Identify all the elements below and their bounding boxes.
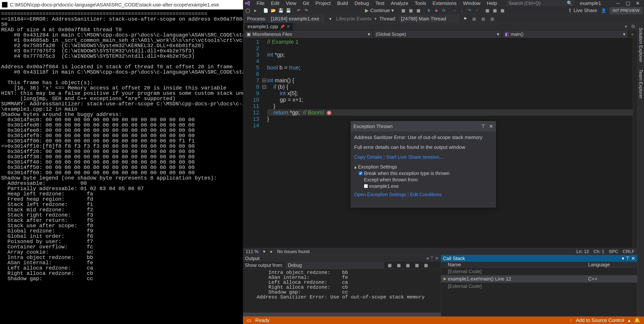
dbg-icon[interactable]: ▦ <box>492 8 498 14</box>
gear-icon[interactable]: ⚙ <box>629 23 637 31</box>
stop-icon[interactable]: ■ <box>433 8 440 14</box>
exception-popup[interactable]: Exception Thrown ⊤ ✕ Address Sanitizer E… <box>350 121 496 208</box>
pin-icon[interactable]: 📌 <box>280 24 285 29</box>
out-icon[interactable]: ▦ <box>396 262 402 268</box>
output-body[interactable]: Intra object redzone: bb ASan internal: … <box>243 269 441 313</box>
chevron-down-icon[interactable]: ▾ <box>263 249 265 254</box>
restart-icon[interactable]: ⟳ <box>441 8 447 14</box>
dbg-icon[interactable]: ▦ <box>408 8 414 14</box>
step-over-icon[interactable]: ↷ <box>466 8 472 14</box>
menu-tools[interactable]: Tools <box>412 0 429 7</box>
output-source-selector[interactable]: Debug <box>286 262 384 269</box>
user-icon[interactable]: 👤 <box>600 8 607 14</box>
nav-back-icon[interactable]: ◯ <box>244 8 251 14</box>
col-name[interactable]: Name <box>447 262 588 268</box>
tab-overflow-icon[interactable]: ▾ <box>623 23 629 31</box>
out-icon[interactable]: ▦ <box>423 262 429 268</box>
undo-icon[interactable]: ↶ <box>296 8 302 14</box>
start-liveshare-link[interactable]: Start Live Share session... <box>386 154 443 160</box>
break-check[interactable] <box>359 171 362 175</box>
menu-build[interactable]: Build <box>334 0 351 7</box>
output-scrollbar[interactable] <box>243 313 441 316</box>
callstack-row[interactable]: [External Code] <box>441 268 637 275</box>
solution-explorer-tab[interactable]: Solution Explorer <box>638 25 644 65</box>
redo-icon[interactable]: ↷ <box>303 8 310 14</box>
pause-icon[interactable]: ⏸ <box>426 8 432 14</box>
dbg-icon[interactable]: ▦ <box>400 8 406 14</box>
lifecycle-label[interactable]: Lifecycle Events <box>336 16 372 22</box>
minimap[interactable] <box>633 38 637 248</box>
proc-icon[interactable]: ▾ <box>327 16 334 22</box>
file-tab[interactable]: example1.cpp 📌 ✕ <box>244 22 293 31</box>
maximize-button[interactable]: ▢ <box>623 1 633 6</box>
crumb-scope[interactable]: (Global Scope) ▾ <box>374 31 501 38</box>
thread-selector[interactable]: [24788] Main Thread <box>399 15 459 22</box>
liveshare-button[interactable]: ⇪ Live Share <box>566 7 599 14</box>
issues-label[interactable]: No issues found <box>277 249 310 254</box>
continue-button[interactable]: ▶ Continue ▾ <box>363 7 396 14</box>
nav-fwd-icon[interactable]: ▸ <box>252 8 258 14</box>
crumb-project[interactable]: ▣ Miscellaneous Files ▾ <box>244 31 372 38</box>
minimize-button[interactable]: ─ <box>614 1 623 6</box>
resize-grip-icon[interactable]: ⋰ <box>351 200 496 208</box>
settings-toggle[interactable]: ▴ Exception Settings <box>354 164 492 170</box>
pin-icon[interactable]: ⊤ <box>626 256 630 261</box>
menu-file[interactable]: File <box>254 0 268 7</box>
dbg-icon[interactable]: ▦ <box>489 16 496 22</box>
callstack-row[interactable]: ➤ example1.exe!main() Line 12 C++ <box>441 275 637 283</box>
menu-project[interactable]: Project <box>312 0 334 7</box>
add-icon[interactable]: ＋ <box>629 31 636 37</box>
close-button[interactable]: ✕ <box>633 1 642 6</box>
dbg-icon[interactable]: ▦ <box>415 8 422 14</box>
team-explorer-tab[interactable]: Team Explorer <box>638 67 644 101</box>
out-icon[interactable]: ▦ <box>414 262 420 268</box>
add-source-control[interactable]: Add to Source Control <box>576 317 624 323</box>
menu-test[interactable]: Test <box>372 0 388 7</box>
menu-extensions[interactable]: Extensions <box>430 0 460 7</box>
callstack-header[interactable]: Call Stack ▾ ⊤ ✕ <box>441 255 637 262</box>
close-icon[interactable]: ✕ <box>489 123 493 129</box>
solution-name[interactable]: example1 <box>577 0 607 7</box>
open-exception-settings-link[interactable]: Open Exception Settings <box>354 192 406 197</box>
callstack-grid[interactable]: Name Language [External Code] ➤ example1… <box>441 262 637 316</box>
dbg-icon[interactable]: ▦ <box>471 16 478 22</box>
close-icon[interactable]: ✕ <box>435 256 439 261</box>
save-icon[interactable]: 💾 <box>278 8 284 14</box>
console-titlebar[interactable]: C:\MSDN\cpp-docs-pr\docs\c-language\ASAN… <box>0 0 243 10</box>
flag-icon[interactable]: ⚑ <box>462 16 468 22</box>
out-icon[interactable]: ▦ <box>387 262 393 268</box>
close-icon[interactable]: ✕ <box>286 24 290 29</box>
menu-view[interactable]: View <box>283 0 300 7</box>
break-checkbox[interactable]: Break when this exception type is thrown <box>354 170 492 177</box>
open-icon[interactable]: 📂 <box>270 8 276 14</box>
pin-icon[interactable]: ⊤ <box>430 256 434 261</box>
dbg-icon[interactable]: ▦ <box>484 8 490 14</box>
close-icon[interactable]: ✕ <box>631 256 635 261</box>
code-editor[interactable]: 1234567891011121314 ⊟⊟ // Example 1 int … <box>243 38 637 248</box>
chevron-up-icon[interactable]: ▴ <box>628 317 630 323</box>
out-icon[interactable]: ▦ <box>405 262 411 268</box>
pin-icon[interactable]: ⊤ <box>481 123 486 129</box>
fold-column[interactable]: ⊟⊟ <box>262 38 267 248</box>
crumb-func[interactable]: ◧ main() ▾ <box>503 31 628 38</box>
console-output[interactable]: ========================================… <box>0 10 243 324</box>
search-input[interactable]: Search (Ctrl+Q) 🔍 <box>506 1 574 6</box>
notifications-icon[interactable]: 🔔 <box>634 317 640 323</box>
output-header[interactable]: Output ▾ ⊤ ✕ <box>243 255 441 262</box>
dbg-icon[interactable]: ▦ <box>480 16 486 22</box>
zoom-label[interactable]: 111 % <box>246 249 258 254</box>
dropdown-icon[interactable]: ▾ <box>622 256 624 261</box>
step-icon[interactable]: → <box>451 8 458 14</box>
edit-conditions-link[interactable]: Edit Conditions <box>410 192 442 197</box>
menu-help[interactable]: Help <box>484 0 500 7</box>
spc-label[interactable]: SPC <box>609 249 618 254</box>
saveall-icon[interactable]: 💾 <box>285 8 292 14</box>
copy-details-link[interactable]: Copy Details <box>354 154 382 160</box>
dbg-icon[interactable]: ▦ <box>499 8 506 14</box>
menu-edit[interactable]: Edit <box>268 0 282 7</box>
callstack-row[interactable]: [External Code] <box>441 283 637 290</box>
process-selector[interactable]: [18184] example1.exe <box>269 15 324 22</box>
menu-git[interactable]: Git <box>300 0 312 7</box>
crlf-label[interactable]: CRLF <box>623 249 634 254</box>
exe-checkbox[interactable]: example1.exe <box>354 183 492 189</box>
